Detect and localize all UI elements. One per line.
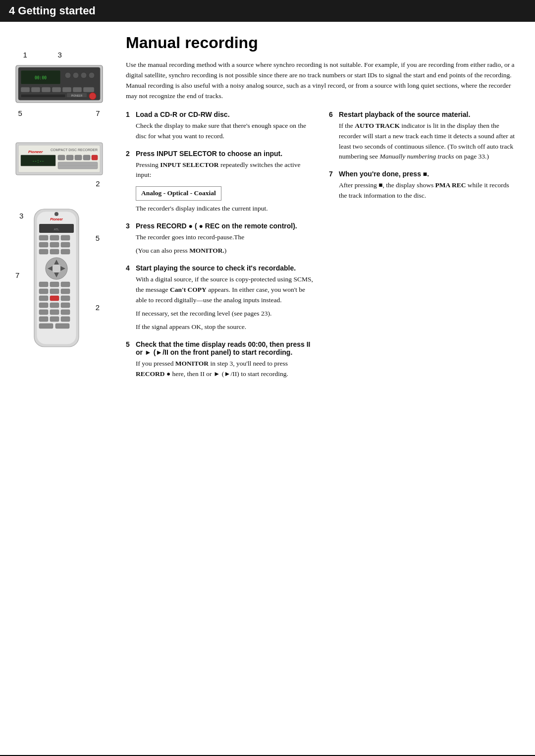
svg-rect-40 bbox=[61, 235, 70, 240]
svg-rect-66 bbox=[50, 310, 59, 315]
main-content: Manual recording Use the manual recordin… bbox=[114, 22, 535, 755]
step-3-text1: The recorder goes into record-pause.The bbox=[136, 232, 314, 243]
page-title: Manual recording bbox=[126, 34, 517, 52]
step-1-number: 1 bbox=[126, 110, 133, 118]
step-2-text1: Pressing INPUT SELECTOR repeatedly switc… bbox=[136, 160, 314, 181]
step-1-body: Check the display to make sure that ther… bbox=[126, 121, 314, 142]
step-3: 3 Press RECORD ● ( ● REC on the remote c… bbox=[126, 222, 314, 256]
svg-rect-9 bbox=[31, 87, 40, 92]
step-5-body: If you pressed MONITOR in step 3, you'll… bbox=[126, 359, 314, 379]
svg-text:COMPACT DISC RECORDER: COMPACT DISC RECORDER bbox=[51, 148, 98, 152]
svg-rect-63 bbox=[50, 303, 59, 308]
label-7: 7 bbox=[96, 109, 100, 117]
label-2b: 2 bbox=[96, 303, 100, 312]
page-layout: 1 3 00:00 bbox=[0, 22, 535, 755]
svg-rect-38 bbox=[39, 235, 48, 240]
step-3-title: Press RECORD ● ( ● REC on the remote con… bbox=[136, 222, 297, 230]
step-6-heading: 6 Restart playback of the source materia… bbox=[329, 110, 517, 118]
svg-rect-65 bbox=[39, 310, 48, 315]
intro-text: Use the manual recording method with a s… bbox=[126, 60, 517, 102]
svg-rect-45 bbox=[50, 249, 59, 254]
step-2: 2 Press INPUT SELECTOR to choose an inpu… bbox=[126, 150, 314, 215]
step-6-body: If the AUTO TRACK indicator is lit in th… bbox=[329, 121, 517, 162]
svg-rect-70 bbox=[61, 317, 70, 322]
svg-rect-8 bbox=[21, 87, 30, 92]
svg-rect-42 bbox=[50, 242, 59, 247]
step-6-number: 6 bbox=[329, 110, 336, 118]
step-4-text1: With a digital source, if the source is … bbox=[136, 274, 314, 306]
svg-rect-68 bbox=[39, 317, 48, 322]
chapter-title: 4 Getting started bbox=[9, 4, 96, 17]
step-7-heading: 7 When you're done, press ■. bbox=[329, 170, 517, 178]
svg-rect-15 bbox=[21, 94, 65, 98]
label-5b: 5 bbox=[96, 234, 100, 242]
svg-rect-55 bbox=[61, 282, 70, 287]
input-options-box: Analog - Optical - Coaxial bbox=[136, 186, 221, 201]
label-3: 3 bbox=[58, 51, 62, 59]
svg-text:ATL: ATL bbox=[54, 228, 59, 231]
step-4: 4 Start playing the source to check it's… bbox=[126, 264, 314, 332]
svg-rect-28 bbox=[83, 155, 90, 160]
step-5-heading: 5 Check that the time display reads 00:0… bbox=[126, 340, 314, 356]
svg-rect-53 bbox=[39, 282, 48, 287]
step-4-heading: 4 Start playing the source to check it's… bbox=[126, 264, 314, 272]
step-2-body: Pressing INPUT SELECTOR repeatedly switc… bbox=[126, 160, 314, 215]
step-6-text1: If the AUTO TRACK indicator is lit in th… bbox=[339, 121, 517, 162]
svg-point-4 bbox=[65, 72, 71, 78]
label-3b: 3 bbox=[19, 212, 23, 220]
label-5: 5 bbox=[18, 109, 22, 117]
svg-rect-29 bbox=[92, 155, 98, 160]
svg-rect-25 bbox=[58, 155, 65, 160]
svg-rect-69 bbox=[50, 317, 59, 322]
svg-rect-58 bbox=[61, 289, 70, 294]
label-2: 2 bbox=[13, 179, 105, 188]
step-5-title: Check that the time display reads 00:00,… bbox=[136, 340, 314, 356]
svg-rect-14 bbox=[83, 87, 94, 92]
svg-rect-62 bbox=[39, 303, 48, 308]
step-5-number: 5 bbox=[126, 340, 133, 348]
svg-rect-59 bbox=[39, 296, 48, 301]
step-7-title: When you're done, press ■. bbox=[339, 170, 429, 178]
step-1-title: Load a CD-R or CD-RW disc. bbox=[136, 110, 230, 118]
step-2-text2: The recorder's display indicates the cur… bbox=[136, 204, 314, 214]
col-left: 1 Load a CD-R or CD-RW disc. Check the d… bbox=[126, 110, 314, 387]
svg-rect-54 bbox=[50, 282, 59, 287]
svg-point-48 bbox=[52, 264, 61, 273]
step-2-heading: 2 Press INPUT SELECTOR to choose an inpu… bbox=[126, 150, 314, 158]
svg-rect-27 bbox=[75, 155, 82, 160]
svg-rect-26 bbox=[66, 155, 73, 160]
step-3-body: The recorder goes into record-pause.The … bbox=[126, 232, 314, 256]
step-3-number: 3 bbox=[126, 222, 133, 230]
svg-rect-39 bbox=[50, 235, 59, 240]
svg-text:--:--: --:-- bbox=[32, 159, 44, 163]
svg-text:Pioneer: Pioneer bbox=[28, 150, 43, 154]
svg-rect-43 bbox=[61, 242, 70, 247]
svg-text:00:00: 00:00 bbox=[34, 76, 46, 80]
svg-rect-60 bbox=[50, 296, 59, 301]
device-group-3: 3 5 7 2 Pioneer ATL bbox=[24, 207, 94, 352]
svg-rect-11 bbox=[52, 87, 61, 92]
sidebar: 1 3 00:00 bbox=[0, 22, 114, 755]
svg-rect-57 bbox=[50, 289, 59, 294]
step-7: 7 When you're done, press ■. After press… bbox=[329, 170, 517, 201]
svg-rect-67 bbox=[61, 310, 70, 315]
step-7-body: After pressing ■, the display shows PMA … bbox=[329, 180, 517, 201]
step-6: 6 Restart playback of the source materia… bbox=[329, 110, 517, 162]
svg-rect-41 bbox=[39, 242, 48, 247]
svg-point-35 bbox=[54, 212, 58, 216]
step-4-text3: If the signal appears OK, stop the sourc… bbox=[136, 322, 314, 332]
svg-point-16 bbox=[89, 93, 96, 100]
step-2-title: Press INPUT SELECTOR to choose an input. bbox=[136, 150, 282, 158]
svg-rect-64 bbox=[61, 303, 70, 308]
step-5-text1: If you pressed MONITOR in step 3, you'll… bbox=[136, 359, 314, 379]
svg-point-7 bbox=[89, 72, 95, 78]
step-4-body: With a digital source, if the source is … bbox=[126, 274, 314, 332]
chapter-header: 4 Getting started bbox=[0, 0, 535, 22]
step-4-number: 4 bbox=[126, 264, 133, 272]
svg-point-6 bbox=[81, 72, 87, 78]
svg-rect-46 bbox=[61, 249, 70, 254]
remote-control: Pioneer ATL bbox=[24, 207, 89, 350]
step-5: 5 Check that the time display reads 00:0… bbox=[126, 340, 314, 379]
step-4-title: Start playing the source to check it's r… bbox=[136, 264, 296, 272]
device-front-panel-1: 00:00 PIONEER bbox=[13, 61, 105, 106]
